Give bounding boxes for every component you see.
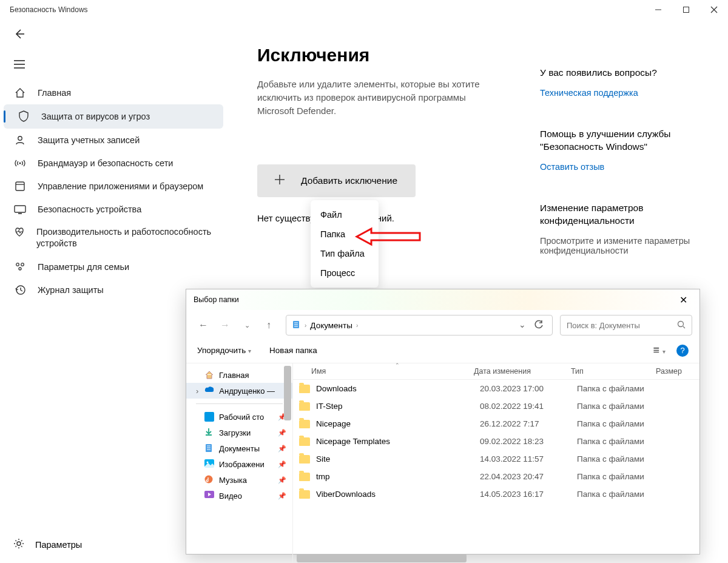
home-icon [13,87,27,98]
chevron-down-icon[interactable]: ⌄ [519,320,526,331]
col-name[interactable]: Имя [311,367,474,376]
address-bar[interactable]: › Документы › ⌄ [286,315,553,335]
window-title: Безопасность Windows [10,5,88,14]
dialog-title: Выбор папки [194,295,239,304]
home-icon [204,370,214,380]
minimize-button[interactable] [644,0,672,19]
nav-recent-button[interactable]: ⌄ [237,315,257,335]
sidebar-item-label: Безопасность устройства [38,204,141,214]
support-link[interactable]: Техническая поддержка [540,88,704,98]
app-icon [13,181,27,192]
side-music[interactable]: Музыка📌 [186,472,292,488]
side-desktop[interactable]: Рабочий сто📌 [186,409,292,425]
add-exclusion-label: Добавить исключение [301,175,397,186]
annotation-arrow-folder [357,226,423,247]
file-date: 20.03.2023 17:00 [480,384,577,393]
sidebar-item-family[interactable]: Параметры для семьи [0,255,227,278]
sidebar-item-home[interactable]: Главная [0,81,227,104]
menu-item-process[interactable]: Процесс [311,263,379,283]
folder-picker-dialog: Выбор папки ✕ ← → ⌄ ↑ › Документы › ⌄ По… [186,289,700,555]
sidebar-item-health[interactable]: Производительность и работоспособность у… [0,220,227,255]
documents-icon [204,443,214,453]
sidebar-item-label: Главная [38,88,71,98]
questions-heading: У вас появились вопросы? [540,67,704,79]
close-button[interactable] [700,0,728,19]
folder-icon [299,402,310,411]
file-row[interactable]: tmp 22.04.2023 20:47 Папка с файлами [293,468,699,485]
file-row[interactable]: Nicepage Templates 09.02.2022 18:23 Папк… [293,433,699,450]
file-list-header: ⌃ Имя Дата изменения Тип Размер [293,363,699,380]
sidebar-item-firewall[interactable]: Брандмауэр и безопасность сети [0,152,227,175]
file-date: 22.04.2023 20:47 [480,472,577,481]
file-type: Папка с файлами [577,472,668,481]
feedback-link[interactable]: Оставить отзыв [540,162,704,172]
music-icon [204,475,214,485]
sidebar-scrollbar[interactable] [284,365,291,562]
device-icon [13,204,27,214]
dialog-close-button[interactable]: ✕ [675,292,692,308]
side-onedrive[interactable]: Андрущенко — [186,383,292,399]
search-icon [677,320,686,331]
file-date: 08.02.2022 19:41 [480,402,577,411]
search-input[interactable]: Поиск в: Документы [560,315,692,335]
svg-rect-1 [684,7,689,13]
file-type: Папка с файлами [577,454,668,464]
family-icon [13,261,27,272]
file-type: Папка с файлами [577,402,668,411]
history-icon [13,285,27,295]
file-row[interactable]: Nicepage 26.12.2022 7:17 Папка с файлами [293,415,699,433]
sidebar-item-label: Защита учетных записей [38,135,140,145]
dialog-sidebar: Главная Андрущенко — Рабочий сто📌 Загруз… [186,363,293,563]
page-title: Исключения [257,45,728,66]
col-date[interactable]: Дата изменения [474,367,571,376]
svg-point-15 [21,263,24,266]
file-row[interactable]: IT-Step 08.02.2022 19:41 Папка с файлами [293,397,699,415]
side-pictures[interactable]: Изображени📌 [186,456,292,472]
col-type[interactable]: Тип [571,367,656,376]
side-documents[interactable]: Документы📌 [186,440,292,456]
titlebar: Безопасность Windows [0,0,728,19]
svg-marker-21 [357,229,420,244]
side-home[interactable]: Главная [186,367,292,383]
shield-icon [17,110,30,123]
sidebar-item-appcontrol[interactable]: Управление приложениями и браузером [0,175,227,198]
file-type: Папка с файлами [577,490,668,499]
svg-point-35 [205,476,213,484]
pictures-icon [204,459,214,469]
right-column: У вас появились вопросы? Техническая под… [540,67,704,286]
file-row[interactable]: Site 14.03.2022 11:57 Папка с файлами [293,450,699,468]
newfolder-button[interactable]: Новая папка [269,346,317,355]
add-exclusion-button[interactable]: Добавить исключение [257,164,416,197]
search-placeholder: Поиск в: Документы [567,321,640,330]
file-row[interactable]: ViberDownloads 14.05.2023 16:17 Папка с … [293,485,699,503]
view-button[interactable]: ≡ ▾ [653,344,666,357]
menu-item-file[interactable]: Файл [311,205,379,224]
file-name: Nicepage Templates [316,437,480,446]
svg-point-18 [17,542,21,545]
account-icon [13,135,27,146]
sidebar-item-virus[interactable]: Защита от вирусов и угроз [4,104,223,129]
col-size[interactable]: Размер [656,367,699,376]
privacy-heading: Изменение параметров конфиденциальности [540,202,704,228]
sidebar-item-account[interactable]: Защита учетных записей [0,129,227,152]
file-row[interactable]: Downloads 20.03.2023 17:00 Папка с файла… [293,380,699,397]
sidebar-item-device[interactable]: Безопасность устройства [0,198,227,220]
page-description: Добавьте или удалите элементы, которые в… [257,78,482,117]
organize-button[interactable]: Упорядочить ▾ [197,346,251,355]
refresh-icon[interactable] [534,320,544,331]
firewall-icon [13,158,27,169]
file-date: 09.02.2022 18:23 [480,437,577,446]
nav-up-button[interactable]: ↑ [259,315,278,335]
side-videos[interactable]: Видео📌 [186,488,292,504]
file-list-hscrollbar[interactable] [297,554,689,562]
file-list: ⌃ Имя Дата изменения Тип Размер Download… [293,363,699,563]
nav-forward-button[interactable]: → [215,315,235,335]
maximize-button[interactable] [672,0,700,19]
file-type: Папка с файлами [577,419,668,428]
gear-icon [13,538,24,551]
folder-icon [299,473,310,481]
file-date: 14.05.2023 16:17 [480,490,577,499]
nav-back-button[interactable]: ← [194,315,213,335]
side-downloads[interactable]: Загрузки📌 [186,425,292,440]
help-button[interactable]: ? [676,345,689,357]
